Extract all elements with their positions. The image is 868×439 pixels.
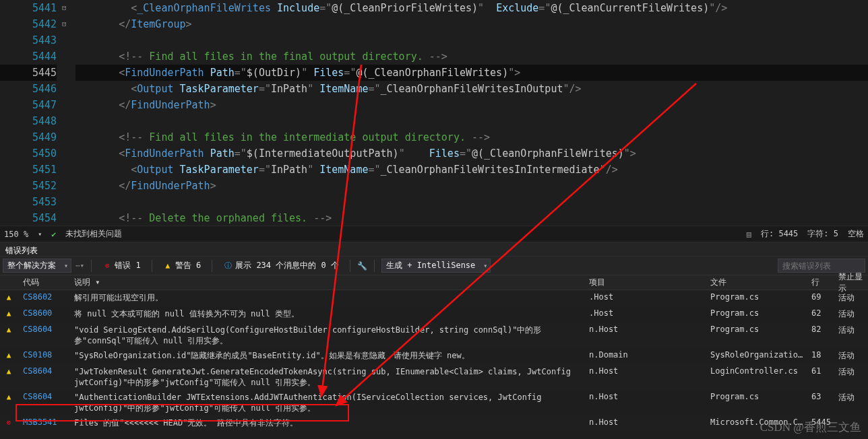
health-check-icon: ✔ — [51, 230, 56, 239]
warnings-filter-button[interactable]: ▲ 警告 6 — [159, 259, 205, 273]
line-number: 5454 — [0, 210, 57, 226]
code-line[interactable]: <Output TaskParameter="InPath" ItemName=… — [75, 162, 868, 178]
error-project: n.Host — [585, 325, 706, 334]
error-grid-header[interactable]: 代码 说明 ▾ 项目 文件 行 禁止显示 — [0, 275, 868, 290]
separator — [350, 260, 350, 272]
error-list-tab[interactable]: 错误列表 — [0, 242, 868, 257]
fold-gutter[interactable]: ⊟⊟ — [62, 0, 75, 226]
error-row[interactable]: ▲CS8604"void SeriLogExtend.AddSerilLog(C… — [0, 323, 868, 348]
minimap-icon[interactable]: ▤ — [747, 230, 751, 239]
line-number: 5444 — [0, 48, 57, 65]
line-number: 5449 — [0, 129, 57, 145]
error-suppress: 活动 — [834, 366, 868, 378]
fold-toggle[interactable]: ⊟ — [62, 16, 75, 32]
code-line[interactable] — [75, 194, 868, 210]
error-desc: "SysRoleOrganization.id"隐藏继承的成员"BaseEnti… — [70, 350, 585, 361]
error-project: .Host — [585, 292, 706, 302]
error-code[interactable]: CS8604 — [19, 366, 70, 376]
code-line[interactable]: </ItemGroup> — [75, 16, 868, 32]
error-suppress: 活动 — [834, 292, 868, 304]
line-number: 5448 — [0, 113, 57, 129]
chevron-down-icon[interactable]: ▾ — [38, 230, 42, 238]
line-number: 5451 — [0, 162, 57, 178]
error-file[interactable]: Program.cs — [706, 308, 807, 318]
messages-filter-button[interactable]: ⓘ 展示 234 个消息中的 0 个 — [219, 259, 343, 273]
error-file[interactable]: LoginController.cs — [706, 366, 807, 376]
code-editor[interactable]: 5441544254435444544554465447544854495450… — [0, 0, 868, 226]
caret-col: 字符: 5 — [807, 228, 838, 240]
warning-icon: ▲ — [4, 325, 13, 335]
error-row[interactable]: ▲CS8602解引用可能出现空引用。.HostProgram.cs69活动 — [0, 290, 868, 306]
warning-icon: ▲ — [4, 351, 13, 360]
code-line[interactable] — [75, 32, 868, 48]
error-project: n.Domain — [585, 350, 706, 360]
error-desc: 将 null 文本或可能的 null 值转换为不可为 null 类型。 — [70, 308, 585, 319]
separator — [91, 260, 92, 272]
scope-dropdown[interactable]: 整个解决方案 — [3, 259, 71, 273]
error-row[interactable]: ▲CS8604"JwtTokenResult GenerateJwt.Gener… — [0, 364, 868, 390]
separator — [374, 260, 375, 272]
line-number: 5442 — [0, 16, 57, 32]
warning-icon: ▲ — [4, 393, 13, 402]
error-code[interactable]: CS8604 — [19, 392, 70, 401]
line-number: 5450 — [0, 145, 57, 162]
error-file[interactable]: Program.cs — [706, 392, 807, 401]
line-number: 5441 — [0, 0, 57, 16]
caret-line: 行: 5445 — [761, 228, 798, 240]
error-project: n.Host — [585, 392, 706, 401]
warning-icon: ▲ — [4, 367, 13, 376]
errors-filter-button[interactable]: ⊗ 错误 1 — [98, 259, 144, 273]
code-line[interactable]: <Output TaskParameter="InPath" ItemName=… — [75, 81, 868, 97]
separator — [212, 260, 212, 272]
col-proj[interactable]: 项目 — [585, 277, 706, 288]
col-sup[interactable]: 禁止显示 — [834, 271, 868, 294]
code-line[interactable]: <!-- Find all files in the intermediate … — [75, 129, 868, 145]
error-row[interactable]: ▲CS0108"SysRoleOrganization.id"隐藏继承的成员"B… — [0, 348, 868, 364]
error-file[interactable]: Program.cs — [706, 325, 807, 334]
error-file[interactable]: Program.cs — [706, 292, 807, 302]
fold-toggle[interactable]: ⊟ — [62, 0, 75, 16]
error-line: 62 — [807, 308, 834, 318]
code-line[interactable] — [75, 113, 868, 129]
error-line: 69 — [807, 292, 834, 302]
col-file[interactable]: 文件 — [706, 277, 807, 288]
error-icon: ⊗ — [102, 261, 112, 271]
editor-status-bar: 150 % ▾ ✔ 未找到相关问题 ▤ 行: 5445 字符: 5 空格 — [0, 226, 868, 242]
code-line[interactable]: <_CleanOrphanFileWrites Include="@(_Clea… — [75, 0, 868, 16]
health-check-text: 未找到相关问题 — [65, 228, 122, 240]
code-line[interactable]: <FindUnderPath Path="$(OutDir)" Files="@… — [75, 65, 868, 81]
error-project: n.Host — [585, 366, 706, 376]
error-row[interactable]: ▲CS8600将 null 文本或可能的 null 值转换为不可为 null 类… — [0, 306, 868, 323]
col-code[interactable]: 代码 — [19, 277, 70, 288]
code-line[interactable]: </FindUnderPath> — [75, 178, 868, 194]
code-area[interactable]: <_CleanOrphanFileWrites Include="@(_Clea… — [75, 0, 868, 226]
error-icon: ⊗ — [4, 418, 13, 428]
code-line[interactable]: <!-- Find all files in the final output … — [75, 48, 868, 65]
error-code[interactable]: CS8602 — [19, 292, 70, 302]
code-line[interactable]: </FindUnderPath> — [75, 97, 868, 113]
zoom-level[interactable]: 150 % — [4, 230, 28, 239]
error-list-toolbar: 整个解决方案 ⋯▾ ⊗ 错误 1 ▲ 警告 6 ⓘ 展示 234 个消息中的 0… — [0, 257, 868, 275]
error-project: .Host — [585, 308, 706, 318]
error-suppress: 活动 — [834, 308, 868, 320]
col-desc[interactable]: 说明 ▾ — [70, 277, 585, 288]
error-file[interactable]: SysRoleOrganization.cs — [706, 350, 807, 360]
error-code[interactable]: CS8604 — [19, 325, 70, 334]
error-code[interactable]: CS8600 — [19, 308, 70, 318]
line-number: 5453 — [0, 194, 57, 210]
error-line: 61 — [807, 366, 834, 376]
error-desc: 解引用可能出现空引用。 — [70, 292, 585, 303]
code-line[interactable]: <FindUnderPath Path="$(IntermediateOutpu… — [75, 145, 868, 162]
build-filter-icon[interactable]: 🔧 — [357, 261, 367, 271]
error-project: n.Host — [585, 417, 706, 427]
build-dropdown[interactable]: 生成 + IntelliSense — [381, 259, 491, 273]
error-line: 63 — [807, 392, 834, 401]
warning-icon: ▲ — [163, 261, 173, 271]
warning-icon: ▲ — [4, 293, 13, 302]
error-code[interactable]: CS0108 — [19, 350, 70, 360]
col-line[interactable]: 行 — [807, 277, 834, 288]
dropdown-extra-icon[interactable]: ⋯▾ — [75, 261, 84, 270]
error-line: 82 — [807, 325, 834, 334]
code-line[interactable]: <!-- Delete the orphaned files. --> — [75, 210, 868, 226]
error-line: 18 — [807, 350, 834, 360]
